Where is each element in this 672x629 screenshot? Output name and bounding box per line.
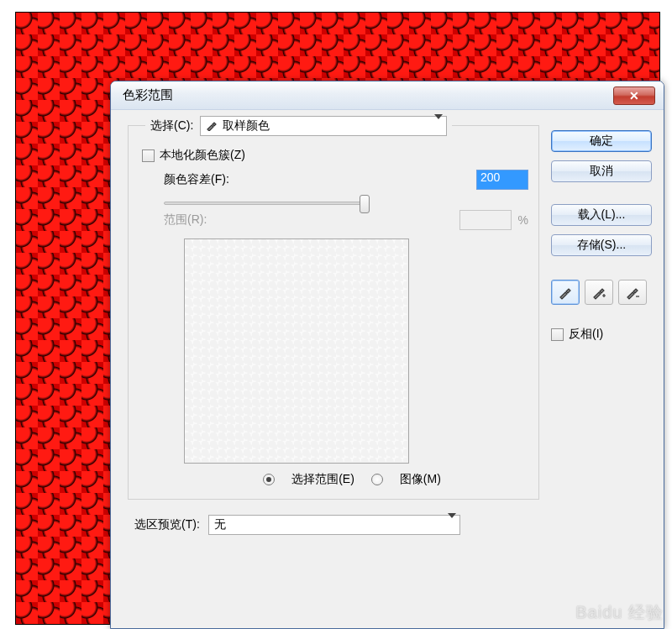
- localized-checkbox[interactable]: [142, 149, 155, 162]
- select-combo-value: 取样颜色: [223, 118, 270, 134]
- radio-selection[interactable]: [263, 474, 275, 485]
- dialog-body: 选择(C): 取样颜色 本地化颜色簇(Z) 颜色容差(F):: [111, 110, 664, 628]
- slider-knob[interactable]: [360, 195, 370, 213]
- load-label: 载入(L)...: [578, 207, 626, 223]
- range-row: 范围(R): %: [164, 210, 528, 230]
- titlebar: 色彩范围 ✕: [111, 81, 664, 110]
- range-unit: %: [518, 213, 528, 227]
- select-combo[interactable]: 取样颜色: [200, 116, 447, 136]
- cancel-button[interactable]: 取消: [551, 160, 652, 182]
- eyedropper-sample-button[interactable]: [551, 280, 580, 305]
- eyedropper-add-button[interactable]: [585, 280, 613, 305]
- selection-preview-combo[interactable]: 无: [208, 515, 460, 535]
- invert-label: 反相(I): [569, 327, 603, 342]
- color-range-dialog: 色彩范围 ✕ 选择(C): 取样颜色: [110, 81, 664, 629]
- slider-track: [164, 202, 365, 205]
- radio-selection-label: 选择范围(E): [291, 472, 354, 487]
- left-column: 选择(C): 取样颜色 本地化颜色簇(Z) 颜色容差(F):: [128, 125, 539, 620]
- preview-mode-radios: 选择范围(E) 图像(M): [176, 472, 528, 487]
- chevron-down-icon: [434, 119, 443, 133]
- fuzziness-input[interactable]: 200: [476, 170, 528, 190]
- localized-label: 本地化颜色簇(Z): [160, 148, 245, 163]
- close-button[interactable]: ✕: [613, 86, 655, 105]
- main-fieldset: 选择(C): 取样颜色 本地化颜色簇(Z) 颜色容差(F):: [128, 125, 539, 500]
- eyedropper-subtract-button[interactable]: [618, 280, 647, 305]
- ok-label: 确定: [590, 134, 613, 149]
- select-row: 选择(C): 取样颜色: [145, 116, 452, 136]
- fuzziness-slider[interactable]: [164, 202, 528, 205]
- invert-checkbox[interactable]: [551, 328, 564, 341]
- range-label: 范围(R):: [164, 212, 207, 228]
- radio-image[interactable]: [371, 474, 383, 485]
- fuzziness-row: 颜色容差(F): 200: [164, 170, 528, 190]
- selection-preview-image: [184, 238, 409, 464]
- chevron-down-icon: [448, 518, 456, 532]
- fuzziness-label: 颜色容差(F):: [164, 172, 229, 187]
- localized-row: 本地化颜色簇(Z): [142, 148, 528, 163]
- dialog-title: 色彩范围: [123, 87, 613, 103]
- selection-preview-label: 选区预览(T):: [134, 517, 200, 532]
- save-button[interactable]: 存储(S)...: [551, 234, 652, 256]
- selection-preview-row: 选区预览(T): 无: [128, 511, 539, 535]
- invert-row: 反相(I): [551, 327, 652, 342]
- selection-preview-value: 无: [214, 517, 226, 532]
- range-input: [459, 210, 512, 230]
- cancel-label: 取消: [590, 164, 613, 179]
- select-label: 选择(C):: [150, 118, 193, 134]
- radio-image-label: 图像(M): [400, 472, 441, 487]
- load-button[interactable]: 载入(L)...: [551, 204, 652, 226]
- save-label: 存储(S)...: [577, 238, 626, 253]
- right-column: 确定 取消 载入(L)... 存储(S)... 反相(I): [551, 125, 652, 620]
- eyedropper-icon: [558, 285, 573, 300]
- eyedropper-mini-icon: [206, 119, 218, 134]
- ok-button[interactable]: 确定: [551, 130, 652, 152]
- eyedropper-tools: [551, 280, 652, 305]
- close-icon: ✕: [629, 89, 639, 102]
- eyedropper-plus-icon: [591, 285, 606, 300]
- eyedropper-minus-icon: [625, 285, 640, 300]
